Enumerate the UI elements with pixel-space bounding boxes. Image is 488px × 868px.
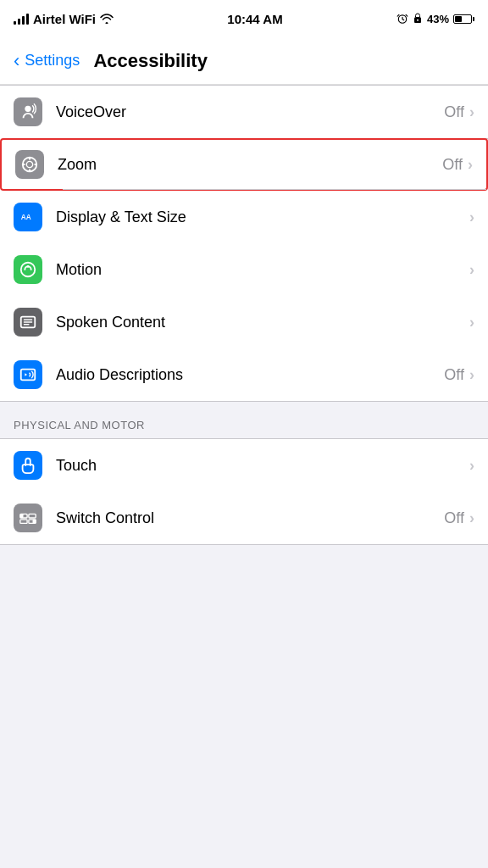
back-button[interactable]: ‹ Settings: [14, 50, 80, 72]
vision-group: VoiceOver Off › Zoom Off ›: [0, 85, 488, 402]
carrier-label: Airtel WiFi: [33, 12, 96, 26]
audio-descriptions-value: Off: [444, 366, 464, 384]
motion-icon: [14, 255, 42, 284]
voiceover-value: Off: [444, 103, 464, 121]
svg-rect-22: [20, 514, 24, 518]
physical-motor-group: Touch › Switch Control Off ›: [0, 438, 488, 545]
status-right: 43%: [396, 13, 474, 25]
display-text-icon: AA: [14, 203, 42, 231]
alarm-icon: [396, 13, 408, 25]
svg-point-2: [417, 19, 419, 21]
audio-descriptions-row[interactable]: Audio Descriptions Off ›: [0, 348, 488, 401]
voiceover-chevron-icon: ›: [469, 103, 474, 121]
zoom-row[interactable]: Zoom Off ›: [0, 138, 488, 191]
voiceover-icon: [14, 97, 42, 126]
touch-label: Touch: [56, 457, 469, 475]
zoom-label: Zoom: [58, 156, 442, 174]
touch-row[interactable]: Touch ›: [0, 439, 488, 492]
svg-rect-20: [29, 514, 36, 518]
page-title: Accessibility: [93, 50, 208, 72]
spoken-content-row[interactable]: Spoken Content ›: [0, 296, 488, 348]
motion-chevron-icon: ›: [469, 261, 474, 279]
motion-label: Motion: [56, 261, 469, 279]
orientation-lock-icon: [413, 13, 423, 25]
signal-icon: [14, 14, 29, 25]
audio-descriptions-icon: [14, 360, 42, 389]
svg-point-12: [27, 265, 30, 268]
voiceover-row[interactable]: VoiceOver Off ›: [0, 86, 488, 138]
battery-icon: [453, 14, 474, 24]
status-time: 10:44 AM: [227, 12, 282, 26]
spoken-content-chevron-icon: ›: [469, 314, 474, 331]
audio-descriptions-label: Audio Descriptions: [56, 366, 444, 384]
back-label: Settings: [25, 52, 80, 70]
zoom-value: Off: [442, 156, 463, 174]
battery-percent: 43%: [427, 13, 449, 25]
spoken-content-label: Spoken Content: [56, 314, 469, 331]
display-text-label: Display & Text Size: [56, 209, 469, 226]
display-text-row[interactable]: AA Display & Text Size ›: [0, 191, 488, 243]
audio-descriptions-chevron-icon: ›: [469, 366, 474, 384]
spoken-content-icon: [14, 308, 42, 337]
switch-control-row[interactable]: Switch Control Off ›: [0, 492, 488, 544]
wifi-icon: [100, 14, 114, 24]
touch-icon: [14, 451, 42, 480]
svg-point-3: [25, 106, 30, 112]
navigation-bar: ‹ Settings Accessibility: [0, 37, 488, 85]
back-chevron-icon: ‹: [14, 50, 19, 72]
switch-control-label: Switch Control: [56, 509, 444, 527]
status-left: Airtel WiFi: [14, 12, 114, 26]
svg-point-5: [26, 161, 32, 167]
touch-chevron-icon: ›: [469, 457, 474, 475]
switch-control-chevron-icon: ›: [469, 509, 474, 527]
voiceover-label: VoiceOver: [56, 103, 444, 121]
svg-text:AA: AA: [21, 214, 31, 221]
switch-control-value: Off: [444, 509, 464, 527]
switch-control-icon: [14, 504, 42, 532]
svg-rect-19: [20, 520, 27, 524]
settings-section: VoiceOver Off › Zoom Off ›: [0, 85, 488, 545]
zoom-icon: [15, 150, 44, 179]
status-bar: Airtel WiFi 10:44 AM 43%: [0, 0, 488, 37]
zoom-chevron-icon: ›: [468, 156, 473, 174]
display-text-chevron-icon: ›: [469, 209, 474, 226]
svg-point-11: [21, 263, 36, 277]
svg-rect-23: [33, 520, 36, 524]
physical-motor-header: PHYSICAL AND MOTOR: [0, 402, 488, 438]
motion-row[interactable]: Motion ›: [0, 243, 488, 296]
